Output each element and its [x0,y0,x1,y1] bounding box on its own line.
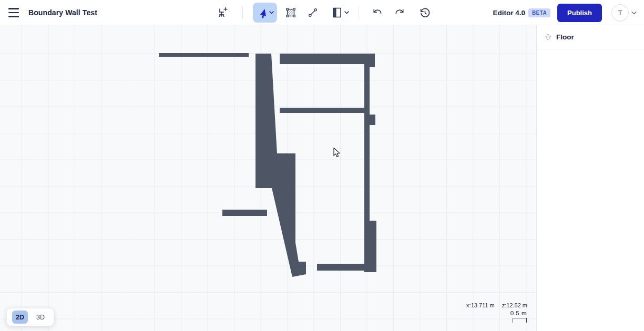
toolbar-divider [242,6,243,19]
area-tool-button[interactable] [281,3,300,22]
select-cursor-icon [256,7,274,18]
wall-segment[interactable] [280,108,364,113]
wall-segment[interactable] [317,264,364,271]
wall-segment[interactable] [364,221,376,272]
redo-icon [394,7,405,18]
wall-segment[interactable] [159,53,249,57]
wall-line-tool-icon [307,7,319,18]
wall-segment[interactable] [364,54,375,67]
wall-segment[interactable] [364,115,375,125]
app-header: Boundary Wall Test [0,0,644,25]
wall-segment[interactable] [364,125,370,221]
redo-button[interactable] [390,3,409,22]
view-mode-toggle: 2D 3D [6,308,54,326]
scale-indicator: 0.5 m [510,310,527,323]
z-coordinate: z:12.52 m [502,302,527,308]
scale-bar-icon [513,318,527,323]
undo-button[interactable] [368,3,387,22]
add-furniture-icon [216,6,229,19]
toolbar-divider [359,6,359,19]
avatar[interactable]: T [611,4,629,22]
area-tool-icon [285,7,297,18]
coordinate-readout: x:13.711 m z:12.52 m [466,302,527,308]
chevron-down-icon [345,12,349,14]
beta-badge: BETA [528,8,550,17]
x-coordinate: x:13.711 m [466,302,495,308]
properties-sidebar: Floor [536,25,644,331]
door-tool-button[interactable] [328,3,353,22]
publish-button[interactable]: Publish [557,4,602,22]
sidebar-panel-title: Floor [556,33,574,41]
toggle-3d-button[interactable]: 3D [33,311,48,324]
chevron-down-icon [631,11,637,15]
wall-segment[interactable] [364,67,370,115]
add-furniture-button[interactable] [213,3,232,22]
wall-segment[interactable] [280,54,364,64]
wall-line-tool-button[interactable] [303,3,322,22]
floorplan-canvas[interactable]: x:13.711 m z:12.52 m 0.5 m 2D 3D [0,25,536,331]
history-icon [420,7,431,18]
toggle-2d-button[interactable]: 2D [12,311,28,324]
dashed-diamond-icon [545,34,551,40]
chevron-down-icon [270,12,273,14]
undo-icon [372,7,383,18]
sidebar-item-floor[interactable]: Floor [537,25,644,49]
door-tool-icon [331,7,350,18]
wall-segment[interactable] [222,210,267,216]
history-button[interactable] [415,3,434,22]
wall-segment[interactable] [255,54,306,277]
floorplan-walls[interactable] [0,25,536,331]
menu-button[interactable] [5,4,22,21]
hamburger-icon [8,8,19,9]
editor-version-label: Editor 4.0 [493,9,525,17]
scale-label: 0.5 m [510,310,527,316]
select-tool-button[interactable] [253,3,277,23]
account-menu-chevron[interactable] [631,11,637,15]
document-title: Boundary Wall Test [28,0,97,25]
